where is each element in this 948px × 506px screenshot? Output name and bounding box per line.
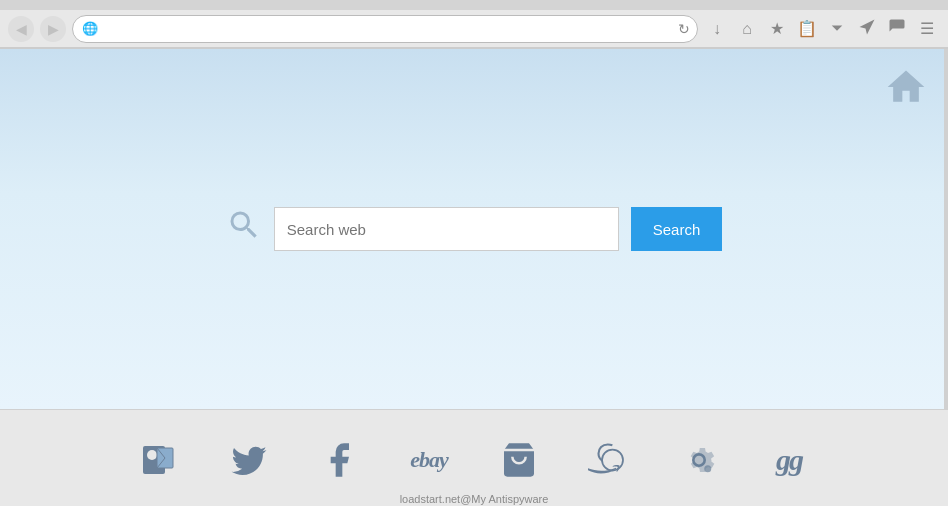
scrollbar[interactable] bbox=[944, 49, 948, 409]
home-button[interactable]: ⌂ bbox=[734, 16, 760, 42]
address-bar-wrapper: 🌐 loadstart.net ↻ bbox=[72, 15, 698, 43]
search-button[interactable]: Search bbox=[631, 207, 723, 251]
search-magnifier-icon bbox=[226, 207, 262, 251]
download-button[interactable]: ↓ bbox=[704, 16, 730, 42]
svg-rect-1 bbox=[147, 450, 157, 460]
pocket-icon bbox=[828, 18, 846, 40]
forward-button[interactable]: ▶ bbox=[40, 16, 66, 42]
address-input[interactable]: loadstart.net bbox=[72, 15, 698, 43]
refresh-button[interactable]: ↻ bbox=[678, 21, 690, 37]
shortcut-facebook[interactable] bbox=[309, 430, 369, 490]
shortcut-cart[interactable] bbox=[489, 430, 549, 490]
page-content: Search bbox=[0, 49, 948, 409]
refresh-icon: ↻ bbox=[678, 21, 690, 37]
bookmark-button[interactable]: ★ bbox=[764, 16, 790, 42]
svg-point-4 bbox=[704, 465, 711, 472]
shortcut-outlook[interactable] bbox=[129, 430, 189, 490]
toolbar-icons: ↓ ⌂ ★ 📋 bbox=[704, 16, 940, 42]
shortcut-settings[interactable] bbox=[669, 430, 729, 490]
status-bar: loadstart.net@My Antispyware bbox=[400, 493, 549, 505]
shortcut-twitter[interactable] bbox=[219, 430, 279, 490]
star-icon: ★ bbox=[770, 19, 784, 38]
send-button[interactable] bbox=[854, 16, 880, 42]
chat-icon bbox=[888, 18, 906, 40]
shortcut-ebay[interactable]: ebay bbox=[399, 430, 459, 490]
back-button[interactable]: ◀ bbox=[8, 16, 34, 42]
back-icon: ◀ bbox=[16, 21, 27, 37]
home-icon: ⌂ bbox=[742, 20, 752, 38]
site-icon: 🌐 bbox=[82, 21, 98, 36]
pocket-button[interactable] bbox=[824, 16, 850, 42]
shortcut-gg[interactable]: gg bbox=[759, 430, 819, 490]
menu-icon: ☰ bbox=[920, 19, 934, 38]
search-container: Search bbox=[226, 207, 723, 251]
reader-icon: 📋 bbox=[797, 19, 817, 38]
forward-icon: ▶ bbox=[48, 21, 59, 37]
reader-button[interactable]: 📋 bbox=[794, 16, 820, 42]
shortcut-amazon[interactable] bbox=[579, 430, 639, 490]
send-icon bbox=[858, 18, 876, 40]
search-input[interactable] bbox=[274, 207, 619, 251]
menu-button[interactable]: ☰ bbox=[914, 16, 940, 42]
chat-button[interactable] bbox=[884, 16, 910, 42]
page-home-icon[interactable] bbox=[884, 65, 928, 118]
download-icon: ↓ bbox=[713, 20, 721, 38]
shortcuts-bar: ebay gg loadstart.net@My Antispywar bbox=[0, 409, 948, 506]
